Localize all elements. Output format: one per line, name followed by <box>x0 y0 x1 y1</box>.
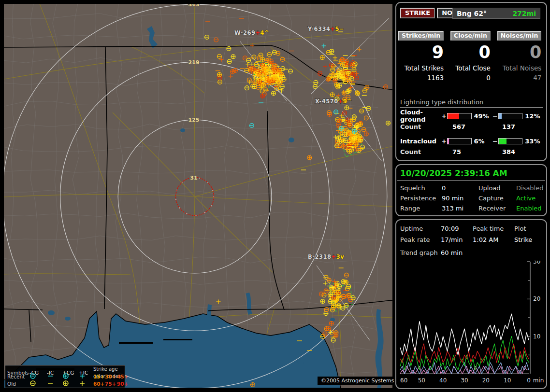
cg-positive-count: 567 <box>452 123 502 132</box>
ic-negative-bar-fill <box>499 139 507 144</box>
legend-strike-glyph <box>47 373 54 379</box>
lightning-distribution-section: Lightning type distribution Cloud-ground… <box>400 98 543 162</box>
uptime-label: Uptime <box>400 225 441 232</box>
ic-positive-count: 75 <box>452 148 502 157</box>
legend-header-row: Symbols -CG -IC +CG +IC Strike age color… <box>5 365 125 373</box>
legend-age-code: 60+ <box>93 380 105 388</box>
capture-label: Capture <box>478 195 516 202</box>
upload-state: Disabled <box>516 184 543 192</box>
cg-positive-bar <box>447 113 472 119</box>
ring-label-31: 31 <box>190 175 197 181</box>
cg-negative-count: 137 <box>502 123 515 132</box>
legend-symbol-cp <box>62 380 79 388</box>
total-close-value: 0 <box>450 74 491 82</box>
total-close-label: Total Close <box>450 64 491 72</box>
cg-positive-bar-fill <box>448 113 459 119</box>
strike-symbol <box>364 132 368 136</box>
strike-symbol <box>261 94 265 98</box>
count-label: Count <box>400 148 452 157</box>
ic-negative-pct: 33% <box>525 138 543 145</box>
trend-x-tick-label: 50 <box>418 377 425 384</box>
trend-x-tick-label: 30 <box>461 377 468 384</box>
cg-negative-pct: 12% <box>525 112 543 120</box>
total-noises-label: Total Noises <box>497 64 541 72</box>
ic-negative-bar <box>498 138 523 144</box>
strike-symbol <box>330 93 334 97</box>
upload-label: Upload <box>478 184 516 192</box>
ic-negative-count: 384 <box>502 148 515 157</box>
bearing-readout: Bng 62° 272mi <box>452 8 540 19</box>
squelch-label: Squelch <box>400 184 442 192</box>
cell-label-W-269: W-269+4^ <box>234 29 269 36</box>
map-legend: Symbols -CG -IC +CG +IC Strike age color… <box>5 365 125 388</box>
strike-toggle-button[interactable]: STRIKE <box>400 8 435 18</box>
legend-strike-glyph <box>62 373 69 379</box>
strike-symbol <box>231 55 235 59</box>
trend-graph: 1020306050403020100min <box>398 261 545 388</box>
trend-series--IC <box>400 336 529 370</box>
trend-x-tick-label: 40 <box>439 377 447 384</box>
strike-symbol <box>330 49 334 54</box>
range-value: 313 mi <box>442 205 478 212</box>
intracloud-label: Intracloud <box>400 138 441 145</box>
noises-per-min-label[interactable]: Noises/min <box>497 31 541 41</box>
persistence-label: Persistence <box>400 195 442 202</box>
trend-x-unit-label: min <box>533 377 544 384</box>
legend-row-old: Old60+75+90+ <box>5 380 125 387</box>
strike-symbol <box>357 134 362 139</box>
receiver-label: Receiver <box>478 205 516 212</box>
lightning-map[interactable]: 31321912531W-269+4^Y-6334+5−X-4570+9^B-2… <box>4 4 392 388</box>
strike-symbol <box>327 278 331 282</box>
strike-symbol <box>281 75 285 80</box>
strike-symbol <box>251 383 255 387</box>
ring-label-313: 313 <box>188 4 200 8</box>
strike-symbol <box>346 294 350 298</box>
distribution-title: Lightning type distribution <box>400 98 543 108</box>
noises-per-min-column: Noises/min 0 Total Noises 47 <box>497 31 548 82</box>
strike-symbol <box>272 91 276 96</box>
cloud-ground-count-row: Count 567 137 <box>400 123 543 132</box>
receiver-state: Enabled <box>516 205 543 212</box>
plot-label: Plot <box>514 225 542 232</box>
strike-symbol <box>320 299 325 304</box>
peak-time-value: 1:02 AM <box>473 236 514 243</box>
trend-series-Total <box>400 314 529 355</box>
legend-symbol-cp <box>62 373 79 380</box>
cell-label-X-4570: X-4570+9^ <box>315 98 352 105</box>
persistence-value: 90 min <box>442 195 478 202</box>
copyright-text: ©2005 Astrogenic Systems <box>318 377 397 385</box>
intracloud-row: Intracloud + 6% − 33% <box>400 137 543 145</box>
legend-strike-glyph <box>79 380 86 387</box>
legend-age-code: 90+ <box>117 380 129 388</box>
legend-age-code: 30+ <box>105 373 117 380</box>
minus-sign: − <box>492 112 498 120</box>
peak-time-label: Peak time <box>473 225 514 232</box>
cloud-ground-label: Cloud-ground <box>400 109 441 123</box>
strikes-per-min-label[interactable]: Strikes/min <box>398 31 444 41</box>
bearing-label: Bng 62° <box>457 10 487 17</box>
legend-age-code: 15+ <box>93 373 105 380</box>
strike-symbol <box>261 83 266 87</box>
legend-symbol-m <box>47 380 62 388</box>
map-canvas[interactable]: 31321912531W-269+4^Y-6334+5−X-4570+9^B-2… <box>4 4 392 388</box>
trend-x-tick-label: 10 <box>504 377 511 384</box>
app-window: 31321912531W-269+4^Y-6334+5−X-4570+9^B-2… <box>0 0 550 392</box>
ic-positive-pct: 6% <box>474 138 492 145</box>
strike-symbol <box>358 123 362 127</box>
legend-strike-glyph <box>79 373 86 379</box>
strikes-per-min-column: Strikes/min 9 Total Strikes 1163 <box>398 31 450 82</box>
peak-rate-label: Peak rate <box>400 236 441 243</box>
legend-strike-glyph <box>29 373 36 379</box>
strike-symbol <box>331 296 335 300</box>
strike-symbol <box>337 84 342 88</box>
trend-graph-setting-row: Trend graph 60 min <box>396 243 546 256</box>
legend-age-code: 75+ <box>105 380 117 388</box>
close-per-min-label[interactable]: Close/min <box>450 31 491 41</box>
strike-symbol <box>262 73 266 77</box>
cell-label-B-2318: B-2318+3v <box>308 253 344 260</box>
datetime-display: 10/20/2025 2:39:16 AM <box>396 165 546 180</box>
trend-series--CG <box>400 363 529 374</box>
close-per-min-value: 0 <box>450 43 491 61</box>
trend-y-tick-label: 30 <box>533 261 540 265</box>
legend-strike-glyph <box>62 380 69 387</box>
